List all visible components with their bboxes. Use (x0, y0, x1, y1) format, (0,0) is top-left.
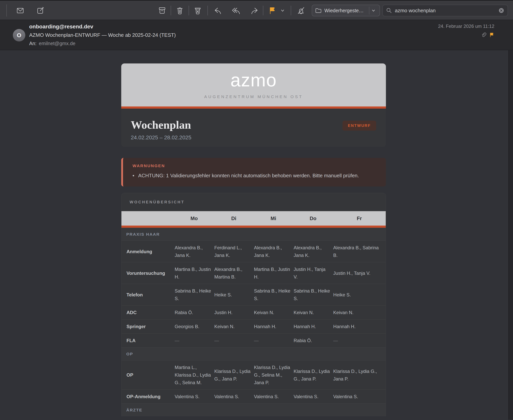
table-cell: — (253, 334, 293, 347)
table-cell: Klarissa D., Lydia G., Jana P. (333, 360, 386, 390)
table-cell: Valentina S. (333, 390, 386, 404)
message-subject: AZMO Wochenplan-ENTWURF — Woche ab 2025-… (29, 32, 176, 38)
table-cell: Alexandra B., Jana K. (174, 241, 214, 262)
status-badge: ENTWURF (342, 121, 376, 131)
bullet-icon: • (133, 172, 134, 179)
recipient-line: An:emilnet@gmx.de (29, 41, 176, 46)
reply-all-icon[interactable] (230, 5, 242, 16)
table-cell: Heike S. (214, 284, 253, 305)
row-label: OP-Anmeldung (121, 390, 174, 404)
toolbar-divider (263, 6, 263, 15)
email-content: azmo AUGENZENTRUM MÜNCHEN OST Wochenplan… (121, 50, 386, 416)
accent-rule (121, 106, 386, 109)
row-label: Telefon (121, 284, 174, 305)
table-row: AnmeldungAlexandra B., Jana K.Ferdinand … (121, 240, 386, 262)
table-row: OP-AnmeldungValentina S.Valentina S.Vale… (121, 390, 386, 404)
table-row: ADCRabia Ö.Justin H.Keivan N.Keivan N.Ke… (121, 305, 386, 319)
brand-logo: azmo (230, 71, 277, 89)
scrollbar[interactable] (508, 50, 513, 420)
forward-icon[interactable] (249, 5, 260, 16)
chevron-down-icon[interactable] (370, 8, 377, 13)
reply-icon[interactable] (212, 5, 224, 16)
table-cell: Klarissa D., Lydia G., Jana P. (214, 360, 253, 390)
to-address[interactable]: emilnet@gmx.de (39, 41, 75, 46)
section-label: OP (126, 352, 133, 356)
table-cell: Ferdinand L., Jana K. (214, 241, 253, 262)
email-hero-card: azmo AUGENZENTRUM MÜNCHEN OST Wochenplan… (121, 63, 386, 147)
table-cell: Martina L., Klarissa D., Lydia G., Selin… (174, 360, 214, 390)
flag-icon (489, 32, 494, 38)
warning-item: • ACHTUNG: 1 Validierungsfehler konnten … (133, 172, 377, 179)
table-cell: Heike S. (333, 284, 386, 305)
row-label: FLA (121, 334, 174, 347)
table-section-header: OP (121, 347, 386, 360)
warning-text: ACHTUNG: 1 Validierungsfehler konnten ni… (138, 172, 359, 179)
table-cell: Martina B., Justin H. (253, 262, 293, 284)
table-section-header: ÄRZTE (121, 404, 386, 416)
table-row: TelefonSabrina B., Heike S.Heike S.Sabri… (121, 284, 386, 305)
table-cell: Rabia Ö. (174, 306, 214, 319)
flag-chevron-icon[interactable] (279, 5, 286, 16)
table-section-header: PRAXIS HAAR (121, 228, 386, 240)
trash-icon[interactable] (174, 5, 186, 16)
message-header: O onboarding@resend.dev AZMO Wochenplan-… (0, 20, 513, 50)
table-cell: Sabrina B., Heike S. (174, 284, 214, 305)
plan-date-range: 24.02.2025 – 28.02.2025 (131, 135, 191, 141)
flag-icon[interactable] (267, 5, 278, 16)
toolbar-divider (208, 6, 208, 15)
day-header-spacer (121, 211, 174, 225)
compose-icon[interactable] (35, 5, 46, 16)
archive-icon[interactable] (156, 5, 168, 16)
table-cell: Alexandra B., Sabrina B. (333, 241, 386, 262)
search-input[interactable] (395, 8, 498, 14)
folder-button-label: Wiederhergeste… (324, 8, 367, 14)
folder-select-button[interactable]: Wiederhergeste… (312, 5, 380, 16)
table-cell: Hannah H. (293, 320, 333, 333)
mail-icon[interactable] (15, 5, 26, 16)
row-label: Anmeldung (121, 241, 174, 262)
mute-bell-icon[interactable] (295, 5, 307, 16)
row-label: Voruntersuchung (121, 262, 174, 284)
row-label: ADC (121, 306, 174, 319)
table-cell: Alexandra B., Jana K. (293, 241, 333, 262)
sidebar-divider (7, 5, 7, 16)
table-cell: — (174, 334, 214, 347)
table-cell: — (214, 334, 253, 347)
search-field[interactable] (382, 5, 508, 16)
table-cell: Martina B., Justin H. (174, 262, 214, 284)
folder-button-divider (369, 7, 369, 15)
table-row: SpringerGeorgios B.Keivan N.Hannah H.Han… (121, 319, 386, 333)
table-cell: Valentina S. (253, 390, 293, 404)
table-cell: Valentina S. (214, 390, 253, 404)
clear-icon[interactable] (498, 8, 505, 14)
toolbar-divider (171, 6, 171, 15)
table-cell: Justin H., Tanja V. (293, 262, 333, 284)
table-cell: Alexandra B., Martina B. (214, 262, 253, 284)
table-heading: WOCHENÜBERSICHT (121, 193, 386, 211)
table-cell: Valentina S. (293, 390, 333, 404)
table-cell: Keivan N. (293, 306, 333, 319)
table-cell: Georgios B. (174, 320, 214, 333)
row-label: Springer (121, 320, 174, 333)
warning-heading: WARNUNGEN (133, 164, 377, 168)
table-cell: Hannah H. (333, 320, 386, 333)
table-cell: Keivan N. (253, 306, 293, 319)
table-row: FLA———Rabia Ö.— (121, 333, 386, 347)
attachment-icon (481, 32, 487, 38)
toolbar: Wiederhergeste… (0, 0, 513, 20)
table-row: OPMartina L., Klarissa D., Lydia G., Sel… (121, 360, 386, 390)
day-header-mo: Mo (174, 211, 214, 225)
message-date: 24. Februar 2026 um 11:12 (438, 23, 494, 29)
table-cell: Klarissa D., Lydia G., Jana P. (293, 360, 333, 390)
row-label: OP (121, 360, 174, 390)
table-row: VoruntersuchungMartina B., Justin H.Alex… (121, 262, 386, 284)
table-cell: Rabia Ö. (293, 334, 333, 347)
plan-title-block: Wochenplan 24.02.2025 – 28.02.2025 ENTWU… (121, 109, 386, 147)
table-cell: Justin H. (214, 306, 253, 319)
table-cell: Klarissa D., Lydia G., Selina M., Jana P… (253, 360, 293, 390)
table-cell: Sabrina B., Heike S. (293, 284, 333, 305)
day-header-mi: Mi (253, 211, 293, 225)
mail-window: Wiederhergeste… O onboarding@resend.dev … (0, 0, 513, 420)
junk-icon[interactable] (192, 5, 203, 16)
sender-address[interactable]: onboarding@resend.dev (29, 23, 176, 30)
